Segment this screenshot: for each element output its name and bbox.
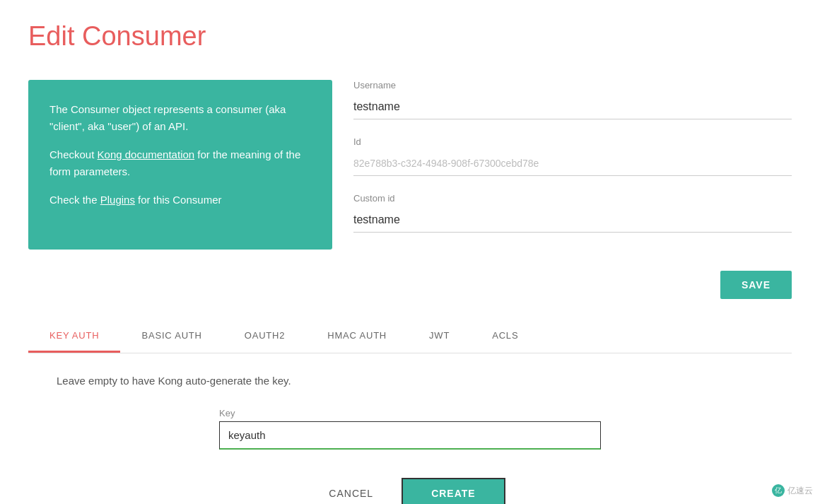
key-field-container: Key xyxy=(219,408,601,450)
main-content: The Consumer object represents a consume… xyxy=(28,80,792,250)
custom-id-input[interactable] xyxy=(353,208,792,233)
watermark-icon: 亿 xyxy=(772,484,785,497)
username-field: Username xyxy=(353,80,792,119)
id-label: Id xyxy=(353,136,792,147)
tab-hmac-auth[interactable]: HMAC AUTH xyxy=(306,320,408,353)
key-auth-hint: Leave empty to have Kong auto-generate t… xyxy=(57,375,763,387)
username-label: Username xyxy=(353,80,792,90)
watermark-text: 亿速云 xyxy=(787,485,813,497)
plugins-link[interactable]: Plugins xyxy=(100,194,135,206)
save-button[interactable]: SAVE xyxy=(720,271,792,299)
save-btn-container: SAVE xyxy=(28,271,792,299)
cancel-button[interactable]: CANCEL xyxy=(315,479,387,504)
page-container: Edit Consumer The Consumer object repres… xyxy=(0,0,820,504)
tab-oauth2[interactable]: OAUTH2 xyxy=(223,320,307,353)
watermark: 亿 亿速云 xyxy=(772,484,813,497)
key-input[interactable] xyxy=(219,421,601,450)
tab-jwt[interactable]: JWT xyxy=(408,320,471,353)
tab-basic-auth[interactable]: BASIC AUTH xyxy=(120,320,223,353)
tabs-container: KEY AUTH BASIC AUTH OAUTH2 HMAC AUTH JWT… xyxy=(28,320,792,353)
custom-id-label: Custom id xyxy=(353,193,792,204)
info-paragraph-1: The Consumer object represents a consume… xyxy=(49,101,311,135)
kong-docs-link[interactable]: Kong documentation xyxy=(98,148,195,160)
tab-key-auth[interactable]: KEY AUTH xyxy=(28,320,120,353)
id-input[interactable] xyxy=(353,151,792,176)
info-paragraph-2: Checkout Kong documentation for the mean… xyxy=(49,146,311,180)
info-box: The Consumer object represents a consume… xyxy=(28,80,332,250)
action-buttons: CANCEL CREATE xyxy=(57,478,763,504)
custom-id-field: Custom id xyxy=(353,193,792,233)
page-title: Edit Consumer xyxy=(28,21,792,52)
tab-content: Leave empty to have Kong auto-generate t… xyxy=(28,375,792,504)
id-field: Id xyxy=(353,136,792,176)
info-paragraph-3: Check the Plugins for this Consumer xyxy=(49,192,311,209)
create-button[interactable]: CREATE xyxy=(402,478,505,504)
key-input-wrapper xyxy=(219,421,601,450)
tab-acls[interactable]: ACLS xyxy=(471,320,539,353)
form-section: Username Id Custom id xyxy=(353,80,792,250)
key-label: Key xyxy=(219,408,601,418)
username-input[interactable] xyxy=(353,95,792,119)
